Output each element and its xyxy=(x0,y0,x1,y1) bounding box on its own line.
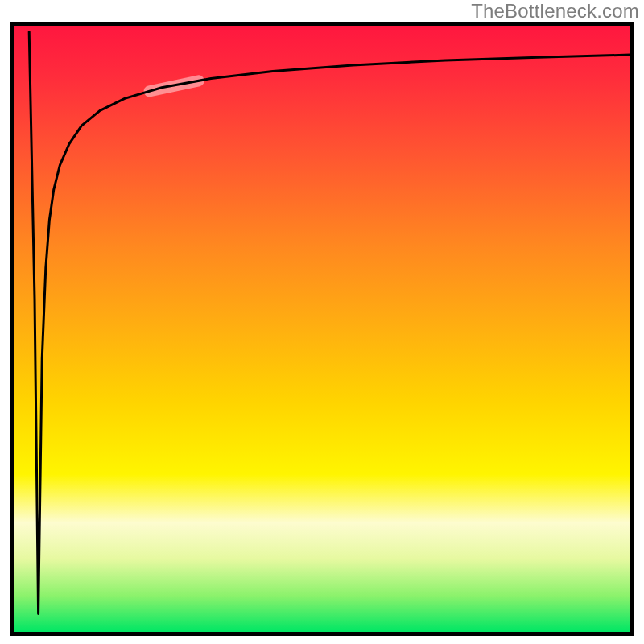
bottleneck-curve xyxy=(29,32,630,614)
plot-frame xyxy=(10,22,634,636)
curve-svg xyxy=(14,26,630,632)
chart-container: TheBottleneck.com xyxy=(0,0,644,644)
attribution-text: TheBottleneck.com xyxy=(471,0,639,23)
